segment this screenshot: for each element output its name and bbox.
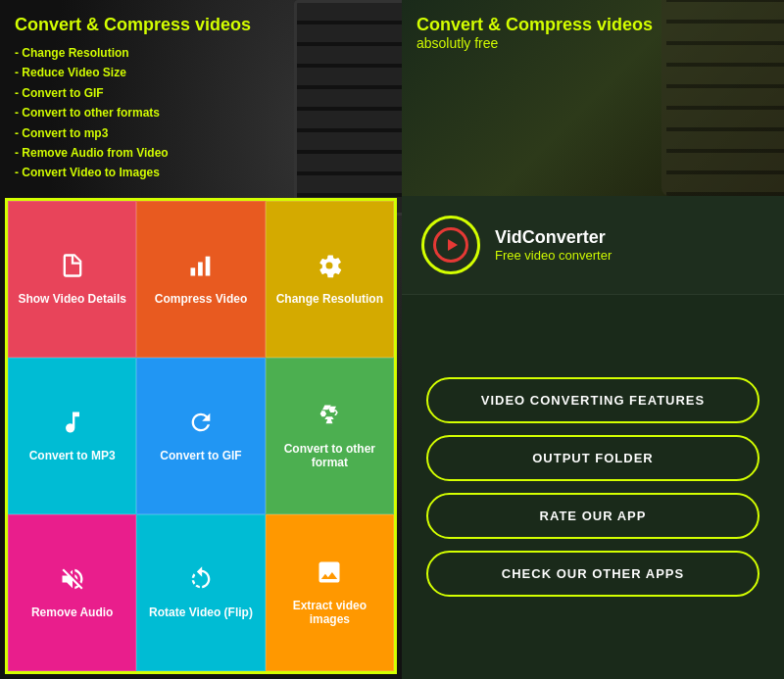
button-rate-app[interactable]: RATE OUR APP <box>426 493 760 539</box>
right-title: Convert & Compress videos <box>416 15 653 35</box>
grid-icon-6 <box>316 402 343 436</box>
app-name: VidConverter <box>495 227 612 248</box>
feature-list: Change ResolutionReduce Video SizeConver… <box>15 43 387 183</box>
feature-item: Convert to GIF <box>15 83 387 103</box>
grid-item-9[interactable]: Extract video images <box>266 514 394 671</box>
grid-icon-7 <box>59 565 86 600</box>
button-output-folder[interactable]: OUTPUT FOLDER <box>426 435 760 481</box>
feature-item: Convert to mp3 <box>15 123 387 143</box>
logo-inner <box>433 227 468 263</box>
grid-label-3: Change Resolution <box>276 292 383 306</box>
grid-item-8[interactable]: Rotate Video (Flip) <box>136 514 265 671</box>
svg-rect-2 <box>206 257 211 276</box>
grid-label-6: Convert to other format <box>271 442 388 469</box>
feature-item: Change Resolution <box>15 43 387 63</box>
grid-item-2[interactable]: Compress Video <box>136 201 265 358</box>
app-text-info: VidConverter Free video converter <box>495 227 612 263</box>
logo-outer-ring <box>421 216 480 274</box>
grid-label-7: Remove Audio <box>31 606 114 619</box>
feature-item: Convert Video to Images <box>15 163 387 182</box>
grid-item-7[interactable]: Remove Audio <box>8 514 136 671</box>
grid-container: Show Video DetailsCompress VideoChange R… <box>5 198 397 674</box>
grid-icon-1 <box>59 252 86 286</box>
right-panel: Convert & Compress videos absolutly free… <box>402 0 784 679</box>
feature-item: Convert to other formats <box>15 103 387 122</box>
button-other-apps[interactable]: CHECK OUR OTHER APPS <box>426 551 760 597</box>
grid-item-6[interactable]: Convert to other format <box>266 358 394 514</box>
grid-label-1: Show Video Details <box>18 292 125 306</box>
grid-item-3[interactable]: Change Resolution <box>266 201 394 358</box>
buttons-container: VIDEO CONVERTING FEATURESOUTPUT FOLDERRA… <box>402 295 784 679</box>
grid-label-4: Convert to MP3 <box>29 449 116 462</box>
feature-item: Reduce Video Size <box>15 63 387 82</box>
grid-item-4[interactable]: Convert to MP3 <box>8 358 136 514</box>
logo-play-icon <box>448 239 458 251</box>
right-subtitle: absolutly free <box>416 35 653 51</box>
grid-item-1[interactable]: Show Video Details <box>8 201 136 358</box>
grid-icon-5 <box>187 409 215 443</box>
button-converting-features[interactable]: VIDEO CONVERTING FEATURES <box>426 377 760 423</box>
left-panel: Convert & Compress videos Change Resolut… <box>0 0 402 679</box>
grid-item-5[interactable]: Convert to GIF <box>136 358 265 514</box>
grid-label-2: Compress Video <box>155 292 247 306</box>
app-info: VidConverter Free video converter <box>402 196 784 295</box>
grid-icon-2 <box>187 252 215 286</box>
right-bg-header: Convert & Compress videos absolutly free <box>402 0 784 196</box>
grid-label-9: Extract video images <box>271 599 388 626</box>
film-strip-right-decoration <box>662 0 784 196</box>
grid-icon-4 <box>59 409 86 443</box>
grid-icon-9 <box>316 558 343 593</box>
grid-label-8: Rotate Video (Flip) <box>149 606 253 619</box>
grid-icon-3 <box>316 252 343 286</box>
app-tagline: Free video converter <box>495 248 612 263</box>
grid-icon-8 <box>187 565 215 600</box>
feature-item: Remove Audio from Video <box>15 143 387 163</box>
right-header-text: Convert & Compress videos absolutly free <box>416 15 653 51</box>
svg-rect-0 <box>190 268 195 276</box>
left-title: Convert & Compress videos <box>15 15 387 35</box>
grid-label-5: Convert to GIF <box>160 449 241 462</box>
svg-rect-1 <box>198 263 203 276</box>
app-logo <box>421 216 480 274</box>
left-header: Convert & Compress videos Change Resolut… <box>0 0 402 193</box>
